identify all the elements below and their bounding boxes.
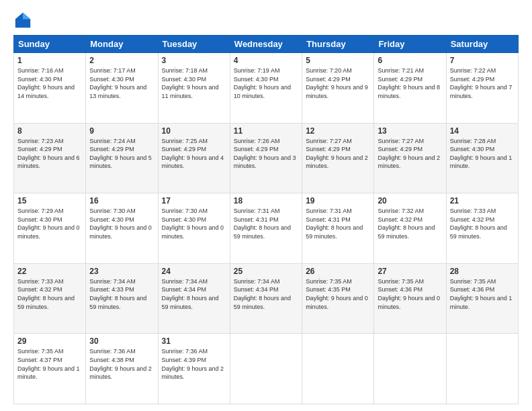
calendar-cell: 12 Sunrise: 7:27 AMSunset: 4:29 PMDaylig… [302, 123, 374, 193]
day-info: Sunrise: 7:34 AMSunset: 4:34 PMDaylight:… [234, 278, 291, 310]
calendar-cell: 22 Sunrise: 7:33 AMSunset: 4:32 PMDaylig… [14, 263, 86, 334]
calendar-week-row: 15 Sunrise: 7:29 AMSunset: 4:30 PMDaylig… [14, 193, 519, 264]
calendar-cell: 15 Sunrise: 7:29 AMSunset: 4:30 PMDaylig… [14, 193, 86, 264]
day-number: 6 [378, 56, 442, 65]
calendar-cell: 31 Sunrise: 7:36 AMSunset: 4:39 PMDaylig… [158, 334, 230, 404]
calendar-cell: 27 Sunrise: 7:35 AMSunset: 4:36 PMDaylig… [374, 263, 446, 334]
calendar-cell: 1 Sunrise: 7:16 AMSunset: 4:30 PMDayligh… [14, 53, 86, 124]
calendar-header-tuesday: Tuesday [158, 36, 230, 53]
svg-marker-1 [23, 13, 30, 19]
calendar-header-row: SundayMondayTuesdayWednesdayThursdayFrid… [14, 36, 519, 53]
day-number: 17 [162, 196, 226, 205]
calendar-cell [446, 334, 518, 404]
day-info: Sunrise: 7:35 AMSunset: 4:37 PMDaylight:… [17, 348, 80, 380]
calendar-cell: 7 Sunrise: 7:22 AMSunset: 4:29 PMDayligh… [446, 53, 518, 124]
day-number: 29 [17, 336, 82, 346]
calendar-header-thursday: Thursday [302, 36, 374, 53]
day-info: Sunrise: 7:26 AMSunset: 4:29 PMDaylight:… [234, 138, 296, 170]
calendar-cell: 6 Sunrise: 7:21 AMSunset: 4:29 PMDayligh… [374, 53, 446, 124]
calendar-header-monday: Monday [86, 36, 158, 53]
calendar-week-row: 1 Sunrise: 7:16 AMSunset: 4:30 PMDayligh… [14, 53, 519, 124]
calendar-week-row: 29 Sunrise: 7:35 AMSunset: 4:37 PMDaylig… [14, 334, 519, 404]
day-info: Sunrise: 7:36 AMSunset: 4:38 PMDaylight:… [89, 348, 152, 380]
calendar-cell: 21 Sunrise: 7:33 AMSunset: 4:32 PMDaylig… [446, 193, 518, 264]
calendar-cell [302, 334, 374, 404]
day-info: Sunrise: 7:24 AMSunset: 4:29 PMDaylight:… [89, 138, 152, 170]
calendar-cell: 23 Sunrise: 7:34 AMSunset: 4:33 PMDaylig… [86, 263, 158, 334]
day-number: 19 [306, 196, 370, 205]
day-number: 27 [378, 267, 442, 276]
day-info: Sunrise: 7:17 AMSunset: 4:30 PMDaylight:… [89, 67, 146, 99]
calendar-cell: 30 Sunrise: 7:36 AMSunset: 4:38 PMDaylig… [86, 334, 158, 404]
day-number: 21 [450, 196, 515, 205]
day-info: Sunrise: 7:32 AMSunset: 4:32 PMDaylight:… [378, 208, 435, 240]
calendar-cell [374, 334, 446, 404]
calendar-cell: 18 Sunrise: 7:31 AMSunset: 4:31 PMDaylig… [230, 193, 302, 264]
day-info: Sunrise: 7:16 AMSunset: 4:30 PMDaylight:… [17, 67, 75, 99]
day-info: Sunrise: 7:28 AMSunset: 4:30 PMDaylight:… [450, 138, 513, 170]
calendar-cell: 17 Sunrise: 7:30 AMSunset: 4:30 PMDaylig… [158, 193, 230, 264]
calendar-header-friday: Friday [374, 36, 446, 53]
day-number: 12 [306, 126, 370, 136]
calendar-cell: 11 Sunrise: 7:26 AMSunset: 4:29 PMDaylig… [230, 123, 302, 193]
day-info: Sunrise: 7:35 AMSunset: 4:36 PMDaylight:… [450, 278, 513, 310]
day-number: 24 [162, 267, 226, 276]
day-info: Sunrise: 7:33 AMSunset: 4:32 PMDaylight:… [17, 278, 75, 310]
day-info: Sunrise: 7:21 AMSunset: 4:29 PMDaylight:… [378, 67, 440, 99]
day-number: 11 [234, 126, 298, 136]
day-number: 16 [89, 196, 154, 205]
calendar-header-saturday: Saturday [446, 36, 518, 53]
day-number: 9 [89, 126, 154, 136]
day-info: Sunrise: 7:31 AMSunset: 4:31 PMDaylight:… [306, 208, 363, 240]
calendar-cell: 16 Sunrise: 7:30 AMSunset: 4:30 PMDaylig… [86, 193, 158, 264]
day-info: Sunrise: 7:20 AMSunset: 4:29 PMDaylight:… [306, 67, 368, 99]
day-number: 8 [17, 126, 82, 136]
logo [13, 11, 35, 30]
day-info: Sunrise: 7:27 AMSunset: 4:29 PMDaylight:… [378, 138, 440, 170]
day-number: 26 [306, 267, 370, 276]
calendar-cell: 24 Sunrise: 7:34 AMSunset: 4:34 PMDaylig… [158, 263, 230, 334]
calendar-cell: 5 Sunrise: 7:20 AMSunset: 4:29 PMDayligh… [302, 53, 374, 124]
day-info: Sunrise: 7:25 AMSunset: 4:29 PMDaylight:… [162, 138, 224, 170]
day-info: Sunrise: 7:18 AMSunset: 4:30 PMDaylight:… [162, 67, 219, 99]
day-info: Sunrise: 7:31 AMSunset: 4:31 PMDaylight:… [234, 208, 291, 240]
day-number: 5 [306, 56, 370, 65]
calendar-header-wednesday: Wednesday [230, 36, 302, 53]
calendar-week-row: 22 Sunrise: 7:33 AMSunset: 4:32 PMDaylig… [14, 263, 519, 334]
day-number: 14 [450, 126, 515, 136]
day-number: 28 [450, 267, 515, 276]
calendar-cell [230, 334, 302, 404]
day-info: Sunrise: 7:35 AMSunset: 4:36 PMDaylight:… [378, 278, 440, 310]
day-number: 7 [450, 56, 515, 65]
calendar-cell: 13 Sunrise: 7:27 AMSunset: 4:29 PMDaylig… [374, 123, 446, 193]
calendar-cell: 28 Sunrise: 7:35 AMSunset: 4:36 PMDaylig… [446, 263, 518, 334]
calendar-cell: 2 Sunrise: 7:17 AMSunset: 4:30 PMDayligh… [86, 53, 158, 124]
calendar-cell: 4 Sunrise: 7:19 AMSunset: 4:30 PMDayligh… [230, 53, 302, 124]
day-info: Sunrise: 7:30 AMSunset: 4:30 PMDaylight:… [162, 208, 224, 240]
day-info: Sunrise: 7:33 AMSunset: 4:32 PMDaylight:… [450, 208, 507, 240]
calendar-cell: 26 Sunrise: 7:35 AMSunset: 4:35 PMDaylig… [302, 263, 374, 334]
day-info: Sunrise: 7:29 AMSunset: 4:30 PMDaylight:… [17, 208, 80, 240]
calendar-header-sunday: Sunday [14, 36, 86, 53]
day-number: 3 [162, 56, 226, 65]
day-info: Sunrise: 7:30 AMSunset: 4:30 PMDaylight:… [89, 208, 152, 240]
calendar-week-row: 8 Sunrise: 7:23 AMSunset: 4:29 PMDayligh… [14, 123, 519, 193]
calendar-cell: 3 Sunrise: 7:18 AMSunset: 4:30 PMDayligh… [158, 53, 230, 124]
calendar-cell: 25 Sunrise: 7:34 AMSunset: 4:34 PMDaylig… [230, 263, 302, 334]
calendar-cell: 29 Sunrise: 7:35 AMSunset: 4:37 PMDaylig… [14, 334, 86, 404]
day-info: Sunrise: 7:27 AMSunset: 4:29 PMDaylight:… [306, 138, 368, 170]
day-number: 1 [17, 56, 82, 65]
day-number: 25 [234, 267, 298, 276]
day-info: Sunrise: 7:23 AMSunset: 4:29 PMDaylight:… [17, 138, 80, 170]
day-info: Sunrise: 7:34 AMSunset: 4:34 PMDaylight:… [162, 278, 219, 310]
day-number: 31 [162, 336, 226, 346]
day-number: 23 [89, 267, 154, 276]
calendar-cell: 14 Sunrise: 7:28 AMSunset: 4:30 PMDaylig… [446, 123, 518, 193]
day-info: Sunrise: 7:19 AMSunset: 4:30 PMDaylight:… [234, 67, 291, 99]
day-info: Sunrise: 7:22 AMSunset: 4:29 PMDaylight:… [450, 67, 513, 99]
calendar-cell: 10 Sunrise: 7:25 AMSunset: 4:29 PMDaylig… [158, 123, 230, 193]
day-number: 4 [234, 56, 298, 65]
day-number: 10 [162, 126, 226, 136]
day-number: 2 [89, 56, 154, 65]
day-number: 20 [378, 196, 442, 205]
